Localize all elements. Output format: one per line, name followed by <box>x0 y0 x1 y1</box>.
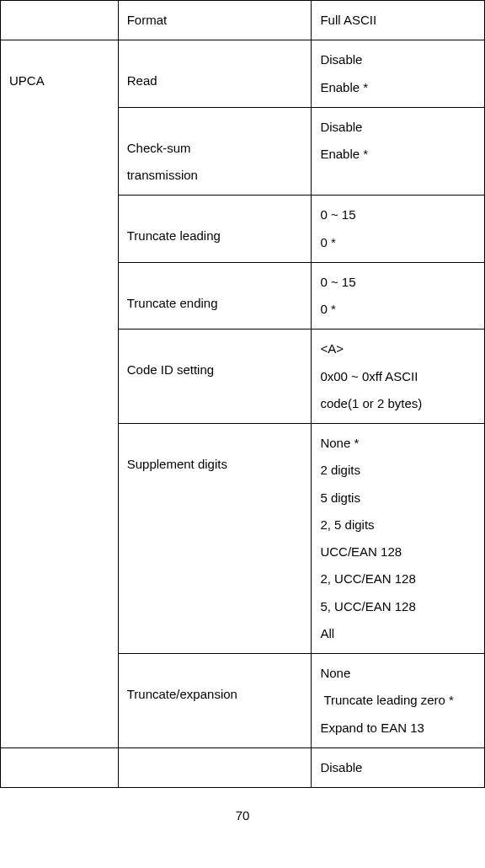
table-row: Disable <box>1 747 485 787</box>
table-row: Format Full ASCII <box>1 1 485 40</box>
table-row: UPCA Read Disable Enable * <box>1 40 485 108</box>
cell-param <box>118 747 312 787</box>
cell-param: Read <box>118 40 312 108</box>
cell-value: Disable <box>312 747 485 787</box>
cell-param: Supplement digits <box>118 424 312 654</box>
cell-value: Full ASCII <box>312 1 485 40</box>
cell-category: UPCA <box>1 40 119 748</box>
config-table: Format Full ASCII UPCA Read Disable <box>0 0 485 788</box>
cell-value: Disable Enable * <box>312 107 485 196</box>
cell-value: None Truncate leading zero * Expand to E… <box>312 654 485 748</box>
cell-value: 0 ~ 15 0 * <box>312 262 485 330</box>
cell-param: Check-sum transmission <box>118 107 312 196</box>
page-number: 70 <box>0 808 485 822</box>
cell-category <box>1 1 119 40</box>
cell-param: Truncate/expansion <box>118 654 312 748</box>
cell-value: None * 2 digits 5 digtis 2, 5 digits UCC… <box>312 424 485 654</box>
cell-value: 0 ~ 15 0 * <box>312 196 485 263</box>
cell-param: Code ID setting <box>118 330 312 424</box>
cell-category <box>1 747 119 787</box>
cell-param: Truncate ending <box>118 262 312 330</box>
cell-value: <A> 0x00 ~ 0xff ASCII code(1 or 2 bytes) <box>312 330 485 424</box>
cell-param: Truncate leading <box>118 196 312 263</box>
cell-value: Disable Enable * <box>312 40 485 108</box>
cell-param: Format <box>118 1 312 40</box>
